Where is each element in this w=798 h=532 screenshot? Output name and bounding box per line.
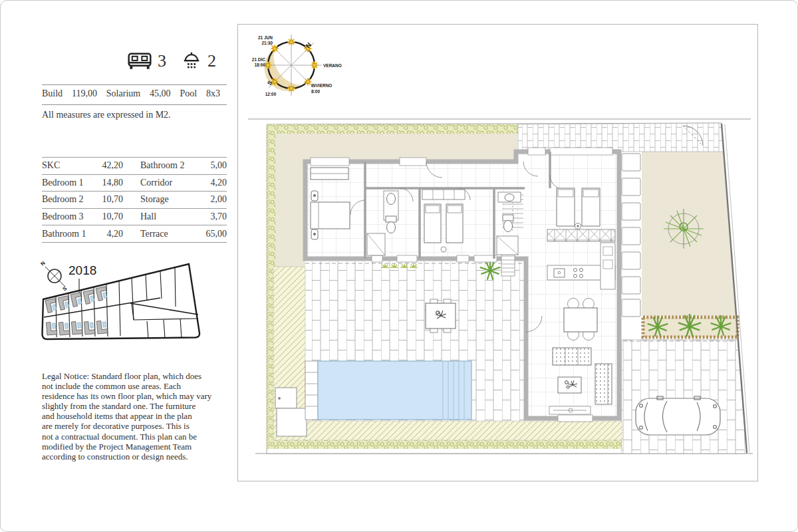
bed-icon	[128, 52, 152, 70]
measures-note: All measures are expressed in M2.	[42, 110, 227, 120]
legal-line: modified by the Project Management Team	[42, 442, 236, 452]
row-value: 14,80	[88, 178, 123, 188]
outdoor-table	[426, 299, 456, 332]
site-plan: N S 2018	[34, 257, 215, 363]
table-row: Bedroom 310,70 Hall3,70	[42, 208, 227, 225]
table-row: Bedroom 114,80 Corridor4,20	[42, 174, 227, 192]
row-label: Bedroom 1	[42, 178, 88, 188]
shower-icon	[182, 51, 201, 70]
summer-solstice-label: 21 JUN	[258, 35, 273, 40]
row-value: 4,20	[88, 229, 123, 239]
row-value: 10,70	[88, 211, 123, 222]
row-value: 65,00	[196, 229, 227, 239]
divider	[42, 104, 227, 105]
legal-line: residence has its own floor plan, which …	[42, 391, 236, 401]
row-label: Corridor	[140, 178, 196, 188]
north-label: N	[40, 260, 47, 267]
legal-line: are merely for decorative purposes. This…	[42, 421, 236, 431]
winter-solstice-label: 21 DIC	[252, 57, 266, 62]
build-value: 119,00	[72, 88, 97, 99]
legal-line: according to construction or design need…	[42, 452, 236, 462]
specs-row: Build 119,00 Solarium 45,00 Pool 8x3	[42, 88, 220, 99]
legal-line: and household items that appear in the p…	[42, 411, 236, 421]
table-row: Bedroom 210,70 Storage2,00	[42, 191, 227, 208]
build-label: Build	[42, 88, 63, 99]
planter	[643, 314, 737, 337]
row-value: 4,20	[196, 178, 227, 188]
sun-path-diagram: 21 JUN 21:30 21 DIC 18:00 VERANO INVIERN…	[252, 35, 342, 96]
solarium-label: Solarium	[106, 88, 140, 99]
bathrooms-count: 2	[207, 53, 216, 70]
table-row: SKC42,20 Bathroom 25,00	[42, 157, 227, 174]
solarium-value: 45,00	[150, 88, 171, 99]
pool-label: Pool	[180, 88, 197, 99]
sidewalk-paving	[518, 123, 724, 152]
legal-line: Legal Notice: Standard floor plan, which…	[42, 371, 236, 381]
rooms-summary: 3 2	[42, 51, 216, 70]
floor-plan-brochure: 3 2 Build 119,00 Solarium 45,00 Pool 8x3…	[0, 0, 798, 532]
winter-label: INVIERNO	[311, 83, 332, 88]
row-label: Hall	[140, 211, 196, 222]
pool-value: 8x3	[206, 88, 220, 99]
legal-notice: Legal Notice: Standard floor plan, which…	[42, 371, 236, 462]
stepping-stones	[622, 154, 640, 317]
terrace-steps	[501, 252, 515, 276]
divider	[42, 84, 227, 85]
row-value: 3,70	[196, 211, 227, 222]
row-value: 5,00	[196, 160, 227, 171]
row-value: 10,70	[88, 194, 123, 205]
legal-line: not include the common use areas. Each	[42, 381, 236, 391]
bedrooms-count: 3	[158, 53, 166, 70]
legal-line: slightly from the standard one. The furn…	[42, 401, 236, 411]
summer-label: VERANO	[323, 63, 342, 68]
row-label: Bedroom 3	[42, 211, 88, 222]
row-label: Bathroom 1	[42, 229, 88, 239]
water-drops	[188, 63, 196, 68]
site-compass-icon: N S	[40, 260, 68, 293]
driveway-paving	[622, 340, 747, 454]
areas-table: SKC42,20 Bathroom 25,00 Bedroom 114,80 C…	[42, 157, 227, 243]
row-label: Bedroom 2	[42, 194, 88, 205]
summer-solstice-time: 21:30	[261, 41, 273, 45]
row-label: SKC	[42, 160, 88, 171]
row-label: Bathroom 2	[140, 160, 196, 171]
phase-year-label: 2018	[68, 263, 96, 277]
legal-line: not a contractual document. This plan ca…	[42, 432, 236, 442]
floor-plan: 21 JUN 21:30 21 DIC 18:00 VERANO INVIERN…	[237, 24, 758, 481]
table-row: Bathroom 14,20 Terrace65,00	[42, 225, 227, 242]
row-label: Terrace	[140, 229, 196, 239]
site-houses	[45, 287, 108, 335]
car	[636, 396, 720, 435]
bedroom1-furniture	[311, 168, 350, 239]
noon-time: 12:00	[265, 92, 277, 96]
row-value: 2,00	[196, 194, 227, 205]
winter-solstice-time: 18:00	[254, 63, 265, 67]
swimming-pool	[305, 361, 471, 420]
winter-sunrise-time: 8:00	[311, 89, 320, 94]
row-value: 42,20	[88, 160, 123, 171]
row-label: Storage	[140, 194, 196, 205]
